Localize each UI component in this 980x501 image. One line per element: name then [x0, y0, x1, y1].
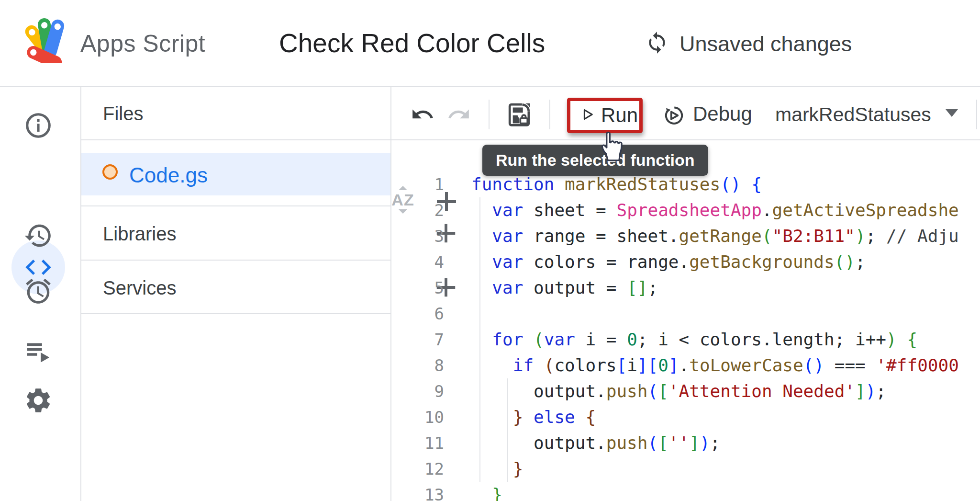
line-number-gutter: 12345678910111213	[391, 171, 444, 501]
app-header: Apps Script Check Red Color Cells Unsave…	[0, 0, 980, 86]
line-number: 1	[391, 171, 444, 197]
app-name: Apps Script	[80, 30, 205, 57]
line-number: 5	[391, 275, 444, 301]
code-line: var colors = range.getBackgrounds();	[471, 249, 980, 275]
services-label: Services	[103, 277, 176, 299]
left-rail	[0, 87, 80, 501]
play-icon	[580, 107, 595, 124]
redo-button[interactable]	[447, 102, 471, 128]
line-number: 4	[391, 249, 444, 275]
code-line: if (colors[i][0].toLowerCase() === '#ff0…	[471, 353, 980, 378]
sync-icon	[645, 31, 669, 57]
libraries-label: Libraries	[103, 223, 176, 245]
line-number: 10	[391, 404, 444, 430]
line-number: 13	[391, 482, 444, 501]
section-divider	[81, 313, 390, 314]
line-number: 6	[391, 301, 444, 327]
overview-info-icon[interactable]	[23, 111, 53, 140]
save-project-button[interactable]	[506, 101, 533, 129]
line-number: 9	[391, 378, 444, 404]
project-title[interactable]: Check Red Color Cells	[279, 28, 545, 58]
section-divider	[81, 260, 390, 261]
code-line: }	[471, 482, 980, 501]
code-line: output.push(['Attention Needed']);	[471, 378, 980, 404]
code-line: output.push(['']);	[471, 430, 980, 456]
triggers-alarm-icon[interactable]	[23, 276, 53, 306]
apps-script-logo[interactable]	[24, 16, 74, 65]
code-line: var sheet = SpreadsheetApp.getActiveSpre…	[471, 197, 980, 223]
indent-guide	[507, 378, 508, 482]
toolbar-bottom-divider	[391, 139, 980, 140]
code-line	[471, 301, 980, 327]
file-row-code-gs[interactable]: Code.gs	[81, 153, 390, 195]
settings-gear-icon[interactable]	[23, 386, 53, 415]
toolbar-divider	[489, 100, 490, 129]
toolbar-divider	[976, 100, 977, 129]
code-line: }	[471, 456, 980, 482]
debug-icon[interactable]	[662, 103, 686, 129]
code-editor-surface[interactable]: function markRedStatuses() { var sheet =…	[471, 171, 980, 501]
toolbar-divider	[549, 100, 550, 129]
files-title: Files	[103, 103, 143, 125]
unsaved-file-dot-icon	[102, 164, 118, 180]
executions-list-icon[interactable]	[23, 336, 53, 365]
files-divider	[81, 139, 390, 140]
hand-cursor-icon	[595, 126, 624, 164]
code-line: var range = sheet.getRange("B2:B11"); //…	[471, 223, 980, 249]
undo-button[interactable]	[411, 102, 434, 128]
line-number: 8	[391, 353, 444, 378]
section-divider	[81, 205, 390, 206]
file-name: Code.gs	[129, 163, 208, 187]
code-line: var output = [];	[471, 275, 980, 301]
line-number: 12	[391, 456, 444, 482]
line-number: 7	[391, 327, 444, 353]
save-status: Unsaved changes	[679, 32, 852, 57]
project-history-icon[interactable]	[23, 221, 53, 250]
line-number: 3	[391, 223, 444, 249]
dropdown-caret-icon[interactable]	[946, 109, 958, 117]
apps-script-ide: Apps Script Check Red Color Cells Unsave…	[0, 0, 980, 501]
code-line: for (var i = 0; i < colors.length; i++) …	[471, 327, 980, 353]
indent-guide	[479, 197, 480, 482]
line-number: 11	[391, 430, 444, 456]
code-line: } else {	[471, 404, 980, 430]
line-number: 2	[391, 197, 444, 223]
function-selector[interactable]: markRedStatuses	[775, 103, 931, 126]
files-panel: Files AZ Code.gs Libraries Services	[81, 87, 390, 501]
debug-button[interactable]: Debug	[693, 102, 752, 125]
